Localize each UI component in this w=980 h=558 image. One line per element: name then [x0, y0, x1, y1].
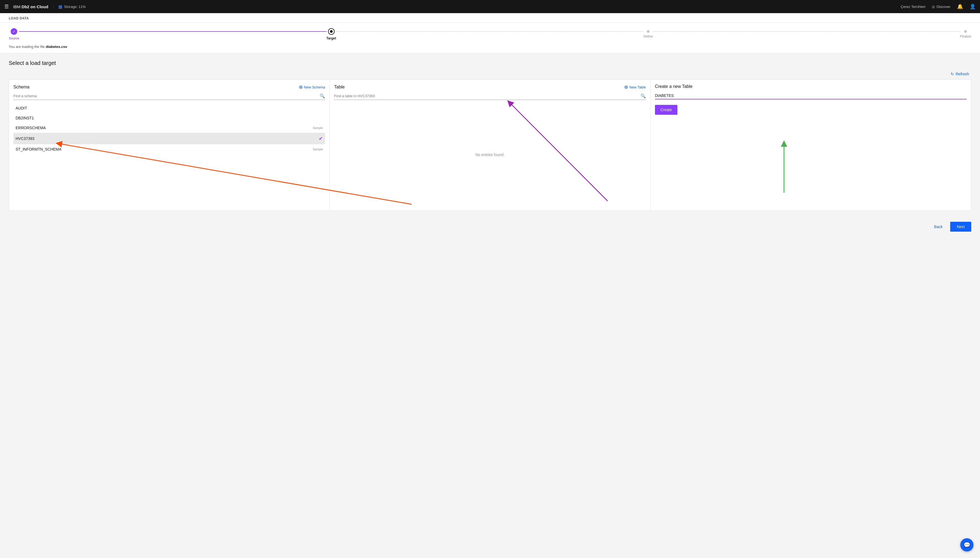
create-table-panel-header: Create a new Table [655, 84, 967, 89]
step-target-circle [328, 28, 335, 35]
steps-row: ✓ Source Target Define Finalize [9, 23, 971, 43]
schema-search-input[interactable] [13, 94, 319, 98]
table-search-box: 🔍 [334, 94, 646, 100]
back-button[interactable]: Back [930, 222, 947, 231]
connector-1 [19, 31, 326, 32]
user-icon[interactable]: 👤 [970, 3, 976, 10]
section-title: Select a load target [9, 60, 971, 66]
storage-icon: ▦ [58, 4, 62, 9]
step-target-label: Target [326, 36, 336, 40]
topnav-right: Çerez Tercihleri ◎ Discover 🔔 👤 [901, 3, 976, 10]
step-source-circle: ✓ [11, 28, 17, 35]
schema-search-icon[interactable]: 🔍 [319, 94, 325, 98]
page-header: LOAD DATA [0, 13, 980, 23]
discover-link[interactable]: ◎ Discover [932, 5, 951, 9]
table-panel-header: Table ⊕ New Table [334, 84, 646, 90]
create-table-name-input[interactable] [655, 92, 967, 99]
new-schema-button[interactable]: ⊕ New Schema [299, 84, 325, 90]
step-define-circle [647, 30, 650, 33]
table-search-icon[interactable]: 🔍 [640, 94, 646, 98]
location-icon: ◎ [932, 5, 935, 9]
next-button[interactable]: Next [950, 222, 971, 231]
list-item[interactable]: AUDIT [13, 103, 325, 113]
step-define: Define [643, 28, 653, 38]
list-item[interactable]: HVC37393 ✔ [13, 133, 325, 144]
connector-3 [653, 31, 960, 32]
step-finalize-label: Finalize [960, 34, 971, 38]
list-item[interactable]: ST_INFORMTN_SCHEMA Sample [13, 144, 325, 154]
schema-search-box: 🔍 [13, 94, 325, 100]
create-table-button[interactable]: Create [655, 105, 677, 115]
main-content: Select a load target ↻ Refresh Schema ⊕ … [0, 53, 980, 217]
table-panel-title: Table [334, 85, 344, 90]
step-finalize-circle [964, 30, 967, 33]
new-table-button[interactable]: ⊕ New Table [624, 84, 646, 90]
panels: Schema ⊕ New Schema 🔍 AUDIT DB2INST1 ERR… [9, 79, 971, 211]
no-entries-message: No entries found. [334, 103, 646, 206]
refresh-area: ↻ Refresh [9, 71, 971, 77]
step-target: Target [326, 28, 336, 40]
table-search-input[interactable] [334, 94, 640, 98]
step-define-label: Define [643, 34, 653, 38]
storage-indicator: ▦ Storage: 11% [54, 4, 86, 9]
notification-icon[interactable]: 🔔 [957, 3, 963, 10]
cookie-preferences[interactable]: Çerez Tercihleri [901, 5, 925, 9]
storage-label: Storage: 11% [64, 5, 86, 9]
create-table-panel-title: Create a new Table [655, 84, 693, 89]
selected-check-icon: ✔ [319, 136, 323, 141]
schema-panel: Schema ⊕ New Schema 🔍 AUDIT DB2INST1 ERR… [9, 80, 330, 210]
steps-wrapper: ✓ Source Target Define Finalize [0, 23, 980, 43]
plus-icon: ⊕ [624, 84, 628, 90]
connector-2 [336, 31, 643, 32]
list-item[interactable]: DB2INST1 [13, 113, 325, 123]
step-source: ✓ Source [9, 28, 19, 40]
table-panel: Table ⊕ New Table 🔍 No entries found. [330, 80, 650, 210]
topnav: ☰ IBM Db2 on Cloud ▦ Storage: 11% Çerez … [0, 0, 980, 13]
refresh-icon: ↻ [951, 72, 954, 76]
file-info: You are loading the file diabetes.csv [0, 43, 980, 53]
load-data-label: LOAD DATA [9, 16, 971, 23]
step-finalize: Finalize [960, 28, 971, 38]
schema-list: AUDIT DB2INST1 ERRORSCHEMA Sample HVC373… [13, 103, 325, 154]
file-name: diabetes.csv [46, 44, 67, 49]
menu-icon[interactable]: ☰ [4, 3, 9, 10]
footer: Back Next [0, 217, 980, 236]
refresh-button[interactable]: ↻ Refresh [949, 71, 971, 77]
list-item[interactable]: ERRORSCHEMA Sample [13, 123, 325, 133]
step-source-label: Source [9, 36, 19, 40]
schema-panel-title: Schema [13, 85, 29, 90]
brand-text: IBM Db2 on Cloud [13, 4, 48, 9]
brand: IBM Db2 on Cloud [13, 4, 48, 9]
plus-icon: ⊕ [299, 84, 303, 90]
create-table-panel: Create a new Table Create [651, 80, 971, 210]
schema-panel-header: Schema ⊕ New Schema [13, 84, 325, 90]
